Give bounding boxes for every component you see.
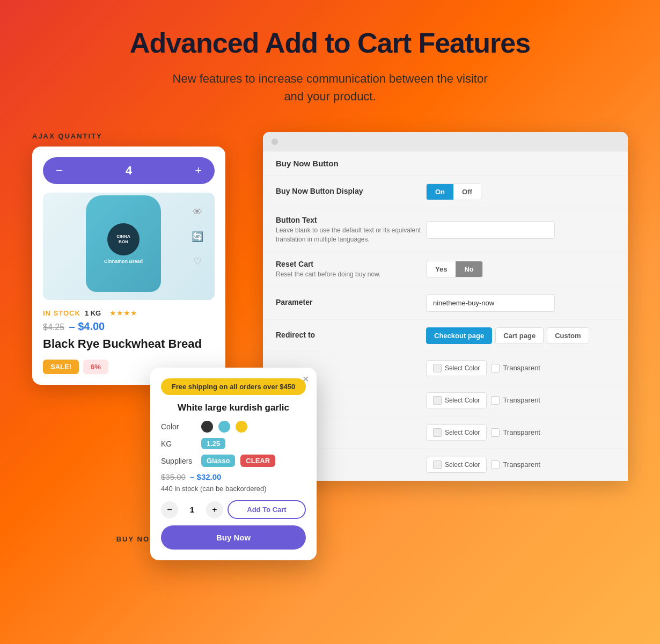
color-select-label-3: Select Color	[445, 429, 480, 436]
panel-row-color-3: Select Color Transparent	[263, 416, 628, 449]
panel-row-parameter: Parameter	[263, 287, 628, 320]
settings-panel: Buy Now Button Buy Now Button Display On…	[263, 132, 628, 481]
sale-tag: SALE!	[43, 360, 79, 374]
color-swatch-black[interactable]	[201, 421, 213, 433]
toggle-yes-no: Yes No	[426, 261, 483, 277]
product-card: − 4 + CINNABON Cinnamon Bread 👁 🔄	[32, 147, 225, 385]
kg-value[interactable]: 1.25	[201, 438, 225, 449]
color-select-button-3[interactable]: Select Color	[426, 425, 487, 441]
heart-icon[interactable]: ♡	[189, 253, 206, 270]
color-preview-3	[433, 428, 442, 437]
toggle-no-button[interactable]: No	[456, 261, 482, 277]
popup-kg-row: KG 1.25	[161, 438, 306, 449]
color-select-button-2[interactable]: Select Color	[426, 392, 487, 408]
color-select-label-2: Select Color	[445, 397, 480, 404]
transparent-checkbox-2[interactable]	[491, 396, 500, 405]
panel-label-button-text: Button Text Leave blank to use the defau…	[276, 216, 426, 244]
panel-label-reset-cart: Reset Cart Reset the cart before doing b…	[276, 260, 426, 279]
transparent-text-2: Transparent	[503, 396, 540, 404]
popup-stock: 440 in stock (can be backordered)	[161, 485, 306, 493]
toggle-on-button[interactable]: On	[427, 184, 453, 200]
page-subtitle: New features to increase communication b…	[169, 70, 491, 105]
panel-control-reset-cart: Yes No	[426, 261, 615, 277]
panel-titlebar	[263, 132, 628, 151]
qty-plus-button[interactable]: +	[195, 165, 202, 177]
in-stock-badge: IN STOCK	[43, 309, 80, 317]
header: Advanced Add to Cart Features New featur…	[32, 27, 628, 105]
panel-control-redirect: Checkout page Cart page Custom	[426, 327, 615, 344]
label-desc-button-text: Leave blank to use the default text or i…	[276, 226, 426, 244]
panel-control-buy-now-display: On Off	[426, 184, 615, 200]
redirect-group: Checkout page Cart page Custom	[426, 327, 589, 344]
star-rating: ★★★★	[109, 309, 137, 317]
kg-label: KG	[161, 440, 196, 448]
toggle-off-button[interactable]: Off	[453, 184, 481, 200]
panel-row-button-text: Button Text Leave blank to use the defau…	[263, 208, 628, 252]
bread-bag: CINNABON Cinnamon Bread	[86, 195, 161, 292]
panel-label-redirect: Redirect to	[276, 331, 426, 341]
popup-close-button[interactable]: ✕	[302, 374, 309, 384]
panel-label-parameter: Parameter	[276, 298, 426, 308]
color-select-button-4[interactable]: Select Color	[426, 457, 487, 473]
color-select-button-1[interactable]: Select Color	[426, 360, 487, 376]
toggle-yes-button[interactable]: Yes	[427, 261, 456, 277]
popup-title: White large kurdish garlic	[161, 402, 306, 413]
label-title-parameter: Parameter	[276, 298, 426, 306]
panel-section-header: Buy Now Button	[263, 151, 628, 176]
panel-row-color-1: Select Color Transparent	[263, 352, 628, 384]
clear-badge[interactable]: CLEAR	[240, 455, 275, 467]
panel-control-color-1: Select Color Transparent	[426, 360, 615, 376]
popup-suppliers-row: Suppliers Glasso CLEAR	[161, 455, 306, 467]
add-to-cart-button[interactable]: Add To Cart	[228, 500, 306, 519]
label-title-reset-cart: Reset Cart	[276, 260, 426, 268]
color-swatch-teal[interactable]	[218, 421, 230, 433]
redirect-custom-button[interactable]: Custom	[547, 327, 589, 344]
new-price: – $4.00	[69, 320, 105, 332]
button-text-input[interactable]	[426, 221, 555, 239]
redirect-cart-button[interactable]: Cart page	[495, 327, 544, 344]
color-select-label-1: Select Color	[445, 364, 480, 372]
supplier-badge[interactable]: Glasso	[201, 455, 235, 467]
redirect-checkout-button[interactable]: Checkout page	[426, 327, 492, 344]
panel-section-title: Buy Now Button	[276, 159, 615, 168]
color-preview-4	[433, 460, 442, 469]
transparent-text-3: Transparent	[503, 428, 540, 436]
popup-new-price: – $32.00	[190, 472, 221, 481]
toggle-on-off: On Off	[426, 184, 481, 200]
color-label: Color	[161, 422, 196, 431]
popup-qty-num: 1	[182, 505, 202, 514]
quantity-bar: − 4 +	[43, 157, 215, 184]
qty-minus-button[interactable]: −	[56, 165, 63, 177]
popup-price-row: $35.00 – $32.00	[161, 472, 306, 481]
bread-label: CINNABON	[107, 223, 140, 255]
panel-control-parameter	[426, 294, 615, 312]
ajax-label: AJAX QUANTITY	[32, 132, 241, 140]
panel-row-reset-cart: Reset Cart Reset the cart before doing b…	[263, 252, 628, 287]
transparent-checkbox-1[interactable]	[491, 364, 500, 372]
parameter-input[interactable]	[426, 294, 555, 312]
color-preview-1	[433, 364, 442, 372]
color-preview-2	[433, 396, 442, 405]
product-image-area: CINNABON Cinnamon Bread 👁 🔄 ♡	[43, 193, 215, 300]
bread-text: Cinnamon Bread	[104, 259, 143, 264]
refresh-icon[interactable]: 🔄	[189, 228, 206, 245]
popup-color-row: Color	[161, 421, 306, 433]
panel-row-color-4: Select Color Transparent	[263, 449, 628, 481]
color-swatch-yellow[interactable]	[236, 421, 247, 433]
panel-control-color-2: Select Color Transparent	[426, 392, 615, 408]
transparent-checkbox-3[interactable]	[491, 428, 500, 437]
transparent-checkbox-4[interactable]	[491, 460, 500, 469]
side-icons: 👁 🔄 ♡	[189, 203, 206, 270]
label-title-redirect: Redirect to	[276, 331, 426, 339]
right-side: Buy Now Button Buy Now Button Display On…	[263, 132, 628, 481]
price-row: $4.25 – $4.00	[43, 320, 215, 333]
popup-qty-plus[interactable]: +	[206, 501, 223, 518]
buy-now-popup-button[interactable]: Buy Now	[161, 525, 306, 550]
suppliers-label: Suppliers	[161, 457, 196, 465]
transparent-label-4: Transparent	[491, 460, 540, 469]
popup-qty-minus[interactable]: −	[161, 501, 178, 518]
eye-icon[interactable]: 👁	[189, 203, 206, 221]
popup-qty-row: − 1 + Add To Cart	[161, 500, 306, 519]
product-image: CINNABON Cinnamon Bread	[86, 195, 172, 297]
color-select-label-4: Select Color	[445, 461, 480, 469]
